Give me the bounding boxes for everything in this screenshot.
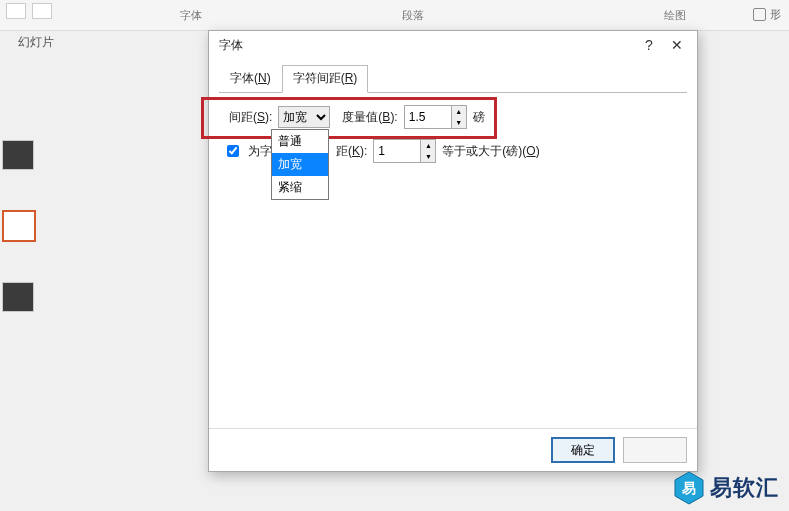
watermark-hex-icon: 易 bbox=[674, 471, 704, 505]
ok-button[interactable]: 确定 bbox=[551, 437, 615, 463]
help-icon: ? bbox=[645, 37, 653, 53]
close-button[interactable]: ✕ bbox=[663, 33, 691, 57]
spacing-option-condensed[interactable]: 紧缩 bbox=[272, 176, 328, 199]
spacing-label: 间距(S): bbox=[229, 109, 272, 126]
ribbon-background: 字体 段落 绘图 bbox=[0, 0, 789, 31]
spin-down-icon[interactable]: ▼ bbox=[421, 151, 435, 162]
watermark-logo: 易 易软汇 bbox=[674, 471, 779, 505]
dialog-tabs: 字体(N) 字符间距(R) bbox=[219, 65, 687, 93]
spin-up-icon[interactable]: ▲ bbox=[421, 140, 435, 151]
ribbon-group-paragraph: 段落 bbox=[402, 8, 424, 23]
ribbon-shape-button[interactable]: 形 bbox=[753, 0, 781, 28]
svg-text:易: 易 bbox=[681, 480, 696, 496]
slides-panel-label: 幻灯片 bbox=[18, 34, 54, 51]
ribbon-group-drawing: 绘图 bbox=[664, 8, 686, 23]
dialog-body: 间距(S): 加宽 度量值(B): ▲ ▼ 磅 为字体 距(K): bbox=[209, 93, 697, 428]
kern-value-input[interactable] bbox=[374, 140, 420, 162]
kern-k-label: 距(K): bbox=[336, 143, 367, 160]
spacing-combo[interactable]: 加宽 bbox=[278, 106, 330, 128]
ribbon-shape-label: 形 bbox=[770, 7, 781, 22]
spacing-option-normal[interactable]: 普通 bbox=[272, 130, 328, 153]
by-label: 度量值(B): bbox=[342, 109, 397, 126]
tab-char-spacing[interactable]: 字符间距(R) bbox=[282, 65, 369, 93]
spacing-dropdown-list: 普通 加宽 紧缩 bbox=[271, 129, 329, 200]
tab-spacing-label: 字符间距(R) bbox=[293, 71, 358, 85]
spacing-option-expanded[interactable]: 加宽 bbox=[272, 153, 328, 176]
cancel-button[interactable] bbox=[623, 437, 687, 463]
spin-up-icon[interactable]: ▲ bbox=[452, 106, 466, 117]
kern-tail-label: 等于或大于(磅)(O) bbox=[442, 143, 539, 160]
watermark-text: 易软汇 bbox=[710, 473, 779, 503]
kern-value-spinner[interactable]: ▲ ▼ bbox=[373, 139, 436, 163]
ribbon-icons bbox=[6, 3, 52, 19]
tab-font[interactable]: 字体(N) bbox=[219, 65, 282, 93]
font-dialog: 字体 ? ✕ 字体(N) 字符间距(R) 间距(S): 加宽 度量值(B): ▲ bbox=[208, 30, 698, 472]
by-value-input[interactable] bbox=[405, 106, 451, 128]
dialog-titlebar: 字体 ? ✕ bbox=[209, 31, 697, 59]
spin-down-icon[interactable]: ▼ bbox=[452, 117, 466, 128]
by-value-spinner[interactable]: ▲ ▼ bbox=[404, 105, 467, 129]
slide-thumb[interactable] bbox=[2, 140, 34, 170]
kerning-checkbox[interactable] bbox=[227, 145, 239, 157]
ribbon-group-font: 字体 bbox=[180, 8, 202, 23]
slide-thumbnails bbox=[2, 60, 36, 509]
close-icon: ✕ bbox=[671, 37, 683, 53]
shape-icon bbox=[753, 8, 766, 21]
dialog-title: 字体 bbox=[219, 37, 635, 54]
help-button[interactable]: ? bbox=[635, 33, 663, 57]
slide-thumb[interactable] bbox=[2, 282, 34, 312]
tab-font-label: 字体(N) bbox=[230, 71, 271, 85]
dialog-footer: 确定 bbox=[209, 428, 697, 471]
slide-thumb-selected[interactable] bbox=[2, 210, 36, 242]
unit-label: 磅 bbox=[473, 109, 485, 126]
spacing-row: 间距(S): 加宽 度量值(B): ▲ ▼ 磅 bbox=[229, 105, 683, 129]
